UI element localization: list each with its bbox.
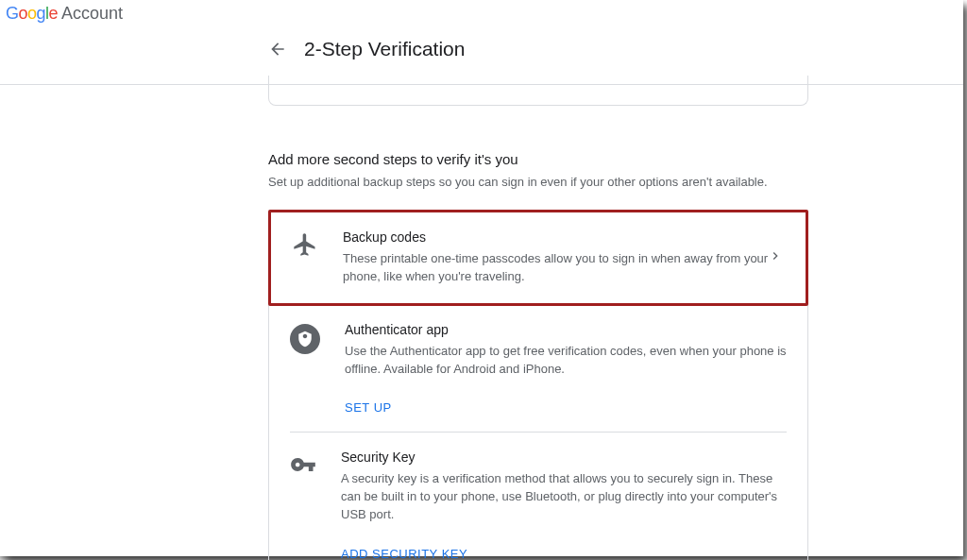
chevron-right-icon	[768, 248, 783, 267]
previous-card-truncated: xxxx xxxxx xx xxx• xxxx xxxx xx xxxxxxxx	[268, 76, 808, 106]
section-intro: Add more second steps to verify it's you…	[268, 151, 808, 189]
security-key-description: A security key is a verification method …	[341, 470, 787, 524]
authenticator-title: Authenticator app	[345, 322, 787, 337]
back-arrow-icon[interactable]	[268, 40, 287, 59]
backup-codes-title: Backup codes	[343, 229, 785, 245]
top-header: Google Account	[0, 0, 963, 26]
account-label: Account	[61, 4, 123, 24]
section-title: Add more second steps to verify it's you	[268, 151, 808, 167]
add-security-key-button[interactable]: ADD SECURITY KEY	[341, 547, 787, 560]
key-icon	[290, 451, 316, 478]
google-logo: Google	[6, 4, 58, 24]
authenticator-description: Use the Authenticator app to get free ve…	[345, 343, 787, 379]
options-card: Backup codes These printable one-time pa…	[268, 210, 808, 560]
page-title: 2-Step Verification	[304, 38, 465, 60]
authenticator-setup-button[interactable]: SET UP	[345, 400, 787, 415]
airplane-icon	[292, 231, 318, 258]
section-subtitle: Set up additional backup steps so you ca…	[268, 175, 808, 189]
authenticator-icon	[290, 324, 320, 354]
backup-codes-description: These printable one-time passcodes allow…	[343, 250, 785, 286]
option-authenticator: Authenticator app Use the Authenticator …	[269, 305, 807, 433]
option-security-key: Security Key A security key is a verific…	[269, 433, 807, 560]
security-key-title: Security Key	[341, 450, 787, 465]
option-backup-codes[interactable]: Backup codes These printable one-time pa…	[268, 210, 808, 306]
